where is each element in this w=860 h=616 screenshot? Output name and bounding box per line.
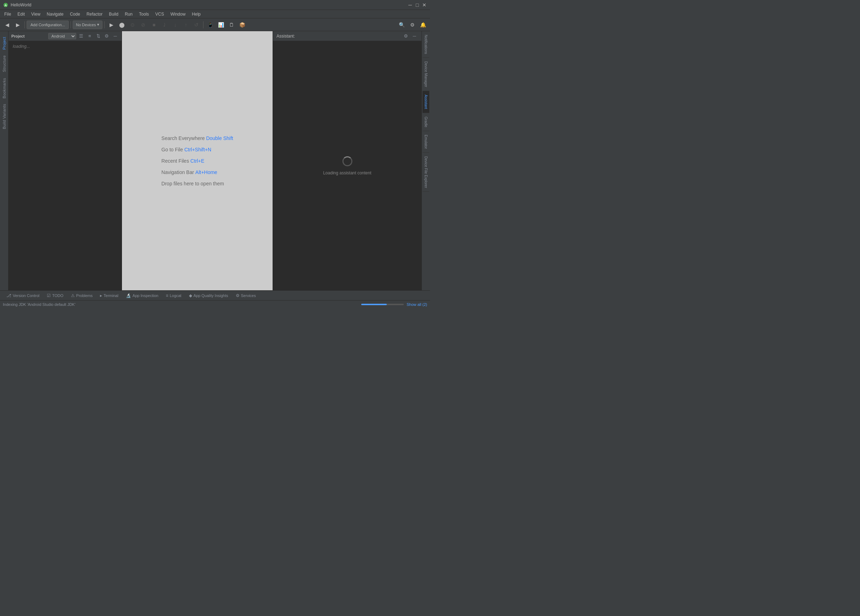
- logcat-icon: ≡: [166, 293, 168, 298]
- toolbar-separator-4: [203, 21, 204, 28]
- right-strip-tabs: Notifications Device Manager Assistant G…: [422, 31, 430, 290]
- minimize-button[interactable]: ─: [407, 2, 413, 8]
- menu-vcs[interactable]: VCS: [152, 11, 167, 17]
- status-tab-problems[interactable]: ⚠ Problems: [67, 291, 96, 300]
- status-tab-logcat-label: Logcat: [170, 293, 182, 298]
- run-button[interactable]: ▶: [106, 20, 116, 30]
- step-into-button: ↓: [170, 20, 180, 30]
- search-everywhere-button[interactable]: 🔍: [397, 20, 406, 30]
- project-settings-button[interactable]: ⚙: [103, 33, 110, 40]
- sidebar-item-bookmarks[interactable]: Bookmarks: [1, 75, 8, 101]
- menu-help[interactable]: Help: [189, 11, 204, 17]
- project-expand-button[interactable]: ⇅: [95, 33, 102, 40]
- assistant-minimize-button[interactable]: ─: [411, 33, 418, 40]
- project-panel: Project Android Project Packages ☰ ≡ ⇅ ⚙…: [8, 31, 122, 290]
- project-view-select[interactable]: Android Project Packages: [48, 33, 76, 39]
- hint-recent-files: Recent Files Ctrl+E: [161, 158, 233, 164]
- main-toolbar: ◀ ▶ Add Configuration... No Devices ▾ ▶ …: [0, 19, 430, 31]
- profile-button: ⊘: [138, 20, 148, 30]
- toolbar-separator-3: [104, 21, 105, 28]
- status-tabs: ⎇ Version Control ☑ TODO ⚠ Problems ▸ Te…: [3, 291, 427, 300]
- right-tab-notifications[interactable]: Notifications: [422, 31, 429, 58]
- menu-bar: File Edit View Navigate Code Refactor Bu…: [0, 10, 430, 19]
- add-configuration-button[interactable]: Add Configuration...: [27, 20, 69, 29]
- bottom-status-bar: Indexing JDK 'Android Studio default JDK…: [0, 300, 430, 308]
- menu-code[interactable]: Code: [67, 11, 83, 17]
- status-tab-services-label: Services: [241, 293, 256, 298]
- project-panel-title: Project: [11, 34, 47, 38]
- project-close-button[interactable]: ─: [111, 33, 119, 40]
- project-scope-button[interactable]: ☰: [78, 33, 85, 40]
- project-panel-header: Project Android Project Packages ☰ ≡ ⇅ ⚙…: [8, 31, 122, 41]
- menu-window[interactable]: Window: [168, 11, 188, 17]
- shortcut-search-everywhere: Double Shift: [206, 135, 233, 141]
- svg-text:A: A: [5, 3, 7, 7]
- status-tab-app-quality-insights[interactable]: ◆ App Quality Insights: [185, 291, 232, 300]
- status-tab-problems-label: Problems: [76, 293, 93, 298]
- window-controls: ─ □ ✕: [407, 2, 427, 8]
- back-button[interactable]: ◀: [2, 20, 12, 30]
- show-all-link[interactable]: Show all (2): [406, 303, 427, 307]
- shortcut-navigation-bar: Alt+Home: [195, 169, 217, 175]
- hint-go-to-file: Go to File Ctrl+Shift+N: [161, 147, 233, 152]
- no-devices-label: No Devices: [76, 23, 96, 27]
- status-bar: ⎇ Version Control ☑ TODO ⚠ Problems ▸ Te…: [0, 290, 430, 300]
- menu-edit[interactable]: Edit: [14, 11, 28, 17]
- forward-button[interactable]: ▶: [13, 20, 23, 30]
- shortcut-go-to-file: Ctrl+Shift+N: [184, 147, 211, 152]
- menu-run[interactable]: Run: [122, 11, 135, 17]
- menu-view[interactable]: View: [28, 11, 43, 17]
- menu-navigate[interactable]: Navigate: [44, 11, 66, 17]
- assistant-body: Loading assistant content: [273, 41, 422, 290]
- assistant-settings-button[interactable]: ⚙: [402, 33, 410, 40]
- menu-tools[interactable]: Tools: [136, 11, 152, 17]
- right-tab-emulator[interactable]: Emulator: [422, 131, 429, 153]
- maximize-button[interactable]: □: [414, 2, 420, 8]
- device-manager-toolbar-button[interactable]: 📱: [205, 20, 215, 30]
- sidebar-item-structure[interactable]: Structure: [1, 52, 8, 75]
- assistant-loading-text: Loading assistant content: [323, 171, 371, 176]
- hint-search-everywhere: Search Everywhere Double Shift: [161, 135, 233, 141]
- ide-settings-button[interactable]: ⚙: [407, 20, 417, 30]
- step-over-button: ⤸: [160, 20, 169, 30]
- profiler-toolbar-button[interactable]: 📊: [216, 20, 226, 30]
- menu-file[interactable]: File: [2, 11, 14, 17]
- assistant-loading-spinner: [342, 156, 352, 166]
- indexing-status-text: Indexing JDK 'Android Studio default JDK…: [3, 303, 358, 307]
- notifications-toolbar-button[interactable]: 🔔: [418, 20, 428, 30]
- no-devices-button[interactable]: No Devices ▾: [73, 20, 102, 29]
- run-with-coverage-button: ⊙: [128, 20, 138, 30]
- step-out-button: ↑: [181, 20, 191, 30]
- stop-button: ■: [149, 20, 159, 30]
- status-tab-version-control[interactable]: ⎇ Version Control: [3, 291, 43, 300]
- left-sidebar-tabs: Project Structure Bookmarks Build Varian…: [0, 31, 8, 290]
- hint-navigation-bar: Navigation Bar Alt+Home: [161, 169, 233, 175]
- indexing-progress-fill: [361, 304, 387, 305]
- menu-refactor[interactable]: Refactor: [84, 11, 105, 17]
- status-tab-todo[interactable]: ☑ TODO: [43, 291, 67, 300]
- project-collapse-button[interactable]: ≡: [86, 33, 93, 40]
- right-tab-device-file-explorer[interactable]: Device File Explorer: [422, 153, 429, 192]
- debug-button[interactable]: ⬤: [117, 20, 127, 30]
- status-tab-logcat[interactable]: ≡ Logcat: [162, 291, 185, 300]
- version-control-icon: ⎇: [6, 293, 11, 298]
- toolbar-separator-2: [71, 21, 71, 28]
- right-tab-device-manager[interactable]: Device Manager: [422, 58, 429, 91]
- close-button[interactable]: ✕: [422, 2, 427, 8]
- problems-icon: ⚠: [71, 293, 75, 298]
- main-area: Project Structure Bookmarks Build Varian…: [0, 31, 430, 290]
- sidebar-item-project[interactable]: Project: [1, 34, 8, 52]
- status-tab-app-inspection[interactable]: 🔬 App Inspection: [122, 291, 162, 300]
- logcat-toolbar-button[interactable]: 🗒: [226, 20, 237, 30]
- status-tab-todo-label: TODO: [52, 293, 63, 298]
- right-tab-assistant[interactable]: Assistant: [422, 91, 429, 113]
- sidebar-item-build-variants[interactable]: Build Variants: [1, 101, 8, 132]
- sdk-manager-button[interactable]: 📦: [237, 20, 247, 30]
- menu-build[interactable]: Build: [106, 11, 121, 17]
- status-tab-services[interactable]: ⚙ Services: [232, 291, 259, 300]
- status-tab-app-quality-label: App Quality Insights: [193, 293, 228, 298]
- hint-drop-files: Drop files here to open them: [161, 181, 233, 187]
- indexing-progress-bar: [361, 304, 404, 305]
- status-tab-terminal[interactable]: ▸ Terminal: [96, 291, 122, 300]
- right-tab-gradle[interactable]: Gradle: [422, 113, 429, 131]
